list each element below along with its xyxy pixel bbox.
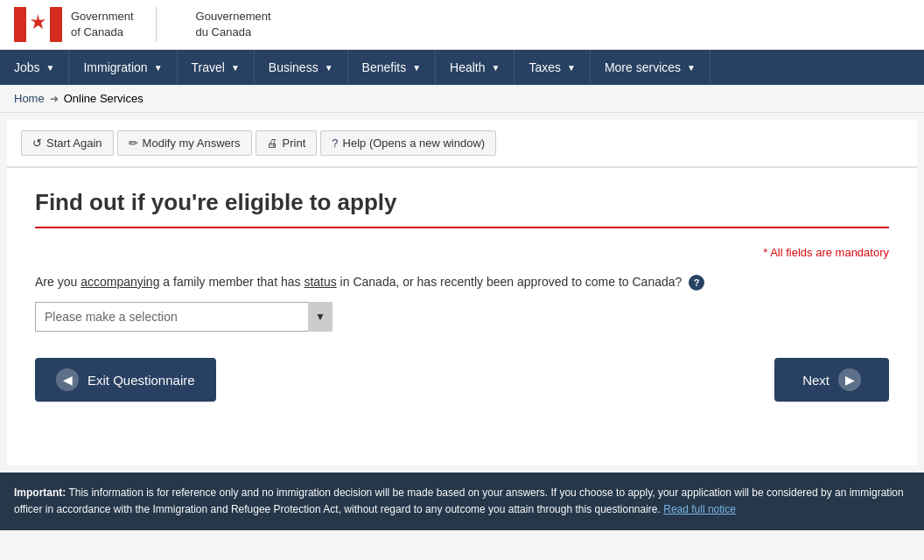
page-title: Find out if you're eligible to apply: [35, 189, 889, 228]
question-status: status: [304, 275, 336, 289]
breadcrumb-home[interactable]: Home: [14, 92, 45, 105]
question-mid: a family member that has: [159, 275, 304, 289]
svg-rect-2: [50, 7, 62, 42]
question-text: Are you accompanying a family member tha…: [35, 273, 889, 291]
nav-jobs-label: Jobs: [14, 60, 40, 74]
refresh-icon: ↺: [32, 136, 42, 150]
modify-answers-label: Modify my Answers: [143, 136, 241, 150]
svg-rect-0: [14, 7, 26, 42]
help-icon: ?: [332, 136, 338, 150]
print-label: Print: [283, 136, 306, 150]
start-again-label: Start Again: [46, 136, 102, 150]
toolbar: ↺ Start Again ✏ Modify my Answers 🖨 Prin…: [7, 120, 917, 168]
header: Government of Canada Gouvernement du Can…: [0, 0, 924, 50]
main-content: Find out if you're eligible to apply * A…: [7, 168, 917, 466]
read-full-notice-link[interactable]: Read full notice: [663, 503, 736, 515]
nav-business-arrow: ▼: [325, 63, 333, 73]
footer-notice: Important: This information is for refer…: [0, 472, 924, 530]
next-button[interactable]: Next ▶: [774, 358, 889, 402]
nav-taxes[interactable]: Taxes ▼: [514, 50, 590, 85]
important-label: Important:: [14, 486, 66, 499]
modify-answers-button[interactable]: ✏ Modify my Answers: [117, 130, 252, 156]
government-logo: Government of Canada Gouvernement du Can…: [14, 7, 271, 42]
nav-immigration-label: Immigration: [83, 60, 147, 74]
nav-immigration[interactable]: Immigration ▼: [69, 50, 177, 85]
nav-travel-label: Travel: [192, 60, 225, 74]
nav-benefits-label: Benefits: [362, 60, 407, 74]
nav-health-label: Health: [450, 60, 485, 74]
help-label: Help (Opens a new window): [343, 136, 486, 150]
next-button-label: Next: [802, 373, 830, 388]
footer-notice-text: This information is for reference only a…: [14, 486, 904, 515]
nav-business[interactable]: Business ▼: [255, 50, 348, 85]
breadcrumb: Home ➜ Online Services: [0, 85, 924, 113]
question-pre: Are you: [35, 275, 80, 289]
eligibility-select[interactable]: Please make a selection Yes No: [35, 302, 332, 332]
question-post: in Canada, or has recently been approved…: [337, 275, 682, 289]
nav-taxes-label: Taxes: [528, 60, 561, 74]
next-icon: ▶: [838, 368, 861, 391]
exit-icon: ◀: [56, 368, 79, 391]
nav-taxes-arrow: ▼: [567, 63, 576, 73]
main-nav: Jobs ▼ Immigration ▼ Travel ▼ Business ▼…: [0, 50, 924, 85]
nav-jobs[interactable]: Jobs ▼: [0, 50, 69, 85]
exit-button-label: Exit Questionnaire: [88, 373, 195, 388]
gov-title-fr: Gouvernement du Canada: [196, 9, 271, 40]
breadcrumb-arrow: ➜: [50, 93, 59, 105]
selection-wrapper: Please make a selection Yes No ▼: [35, 302, 332, 332]
mandatory-note: * All fields are mandatory: [35, 246, 889, 259]
print-icon: 🖨: [267, 136, 278, 150]
canada-flag: [14, 7, 62, 42]
nav-benefits-arrow: ▼: [412, 63, 421, 73]
start-again-button[interactable]: ↺ Start Again: [21, 130, 114, 156]
nav-benefits[interactable]: Benefits ▼: [348, 50, 437, 85]
nav-more[interactable]: More services ▼: [591, 50, 710, 85]
question-accompanying: accompanying: [80, 275, 159, 289]
help-button[interactable]: ? Help (Opens a new window): [320, 130, 496, 156]
nav-immigration-arrow: ▼: [154, 63, 163, 73]
breadcrumb-current: Online Services: [64, 92, 144, 105]
nav-travel-arrow: ▼: [231, 63, 240, 73]
nav-business-label: Business: [269, 60, 318, 74]
exit-questionnaire-button[interactable]: ◀ Exit Questionnaire: [35, 358, 216, 402]
button-row: ◀ Exit Questionnaire Next ▶: [35, 358, 889, 402]
nav-health-arrow: ▼: [492, 63, 500, 73]
nav-more-label: More services: [605, 60, 681, 74]
edit-icon: ✏: [129, 136, 138, 150]
nav-more-arrow: ▼: [687, 63, 696, 73]
nav-health[interactable]: Health ▼: [436, 50, 514, 85]
gov-title-en: Government of Canada: [71, 9, 134, 40]
print-button[interactable]: 🖨 Print: [256, 130, 318, 156]
header-divider: [156, 7, 157, 42]
question-help-icon[interactable]: ?: [689, 275, 704, 290]
nav-jobs-arrow: ▼: [46, 63, 55, 73]
nav-travel[interactable]: Travel ▼: [178, 50, 255, 85]
